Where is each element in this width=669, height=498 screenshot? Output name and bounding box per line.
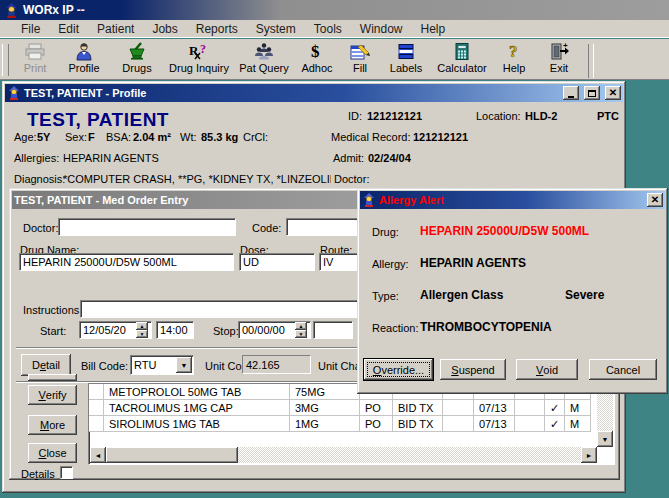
alert-reaction-label: Reaction:	[372, 320, 420, 334]
suspend-button[interactable]: Suspend	[440, 359, 506, 380]
more-button[interactable]: More	[28, 415, 77, 435]
order-cell[interactable]	[515, 416, 545, 432]
spin-down-icon[interactable]: ▼	[295, 330, 307, 338]
order-cell[interactable]: 07/13	[474, 416, 515, 432]
drug-inquiry-button[interactable]: R ? Drug Inquiry	[164, 42, 234, 78]
maximize-button[interactable]	[584, 86, 600, 100]
order-cell[interactable]	[89, 384, 104, 400]
pat-query-button[interactable]: Pat Query	[234, 42, 294, 78]
order-cell[interactable]: 75MG	[290, 384, 360, 400]
order-doctor-label: Doctor:	[23, 222, 58, 234]
order-cell[interactable]	[89, 400, 104, 416]
close-button[interactable]: ✕	[605, 86, 621, 100]
dose-input[interactable]: UD	[239, 253, 315, 271]
profile-window-titlebar[interactable]: TEST, PATIENT - Profile ✕	[5, 84, 623, 102]
order-cell[interactable]: BID TX	[393, 400, 443, 416]
stop-time-input[interactable]	[313, 321, 353, 339]
details-checkbox[interactable]	[60, 466, 73, 479]
order-row[interactable]: TACROLIMUS 1MG CAP3MGPOBID TX07/13✓M	[89, 400, 614, 416]
drugs-button[interactable]: Drugs	[110, 42, 164, 78]
labels-button[interactable]: Labels	[380, 42, 432, 78]
order-cell[interactable]: ✓	[545, 416, 565, 432]
print-button[interactable]: Print	[12, 42, 58, 78]
scroll-left-icon[interactable]: ◄	[90, 447, 106, 463]
order-cell[interactable]	[89, 416, 104, 432]
bill-code-dropdown[interactable]: RTU ▼	[130, 355, 194, 375]
alert-reaction-value: THROMBOCYTOPENIA	[420, 320, 552, 334]
order-cell[interactable]: BID TX	[393, 416, 443, 432]
hidden-button-sliver[interactable]	[28, 374, 77, 381]
fill-button[interactable]: Fill	[340, 42, 380, 78]
alert-dialog-titlebar[interactable]: Allergy Alert ✕	[360, 191, 665, 209]
menu-item-edit[interactable]: Edit	[49, 20, 88, 38]
order-cell[interactable]: 07/13	[474, 400, 515, 416]
admit-label: Admit:	[333, 152, 364, 164]
spin-down-icon[interactable]: ▼	[136, 330, 148, 338]
verify-button[interactable]: Verify	[28, 385, 77, 405]
alert-type-label: Type:	[372, 288, 420, 302]
order-code-label: Code:	[252, 222, 281, 234]
wt-label: Wt:	[180, 131, 197, 143]
instructions-label: Instructions:	[23, 304, 82, 316]
menu-item-patient[interactable]: Patient	[88, 20, 143, 38]
orders-horizontal-scrollbar[interactable]: ◄ ►	[90, 447, 597, 463]
chevron-down-icon[interactable]: ▼	[176, 357, 192, 373]
patient-name: TEST, PATIENT	[27, 109, 169, 131]
profile-window-title: TEST, PATIENT - Profile	[24, 87, 146, 99]
order-cell[interactable]: METOPROLOL 50MG TAB	[104, 384, 290, 400]
orders-vertical-scrollbar[interactable]: ▼	[597, 385, 613, 447]
order-cell[interactable]: TACROLIMUS 1MG CAP	[104, 400, 290, 416]
menu-item-system[interactable]: System	[247, 20, 305, 38]
order-cell[interactable]: 1MG	[290, 416, 360, 432]
scroll-down-icon[interactable]: ▼	[597, 431, 613, 447]
help-question-icon: ?	[506, 42, 522, 61]
menu-item-reports[interactable]: Reports	[187, 20, 247, 38]
menu-bar: File Edit Patient Jobs Reports System To…	[0, 20, 669, 38]
detail-button[interactable]: Detail	[21, 354, 71, 376]
void-button[interactable]: Void	[516, 359, 578, 380]
help-button[interactable]: ? Help	[492, 42, 536, 78]
menu-item-window[interactable]: Window	[351, 20, 412, 38]
override-button[interactable]: Override...	[364, 359, 433, 380]
order-cell[interactable]: PO	[360, 400, 393, 416]
order-doctor-input[interactable]	[58, 218, 236, 236]
minimize-button[interactable]	[563, 86, 579, 100]
orders-table[interactable]: METOPROLOL 50MG TAB75MGTACROLIMUS 1MG CA…	[88, 383, 615, 465]
calculator-button[interactable]: Calculator	[432, 42, 492, 78]
menu-item-tools[interactable]: Tools	[305, 20, 351, 38]
id-value: 121212121	[367, 110, 422, 122]
menu-item-help[interactable]: Help	[412, 20, 455, 38]
order-cell[interactable]	[515, 400, 545, 416]
order-cell[interactable]: M	[565, 400, 591, 416]
diagnosis-label: Diagnosis:	[14, 173, 65, 185]
exit-button[interactable]: + Exit	[536, 42, 582, 78]
drug-name-input[interactable]: HEPARIN 25000U/D5W 500ML	[19, 253, 234, 271]
spin-up-icon[interactable]: ▲	[295, 322, 307, 330]
adhoc-button[interactable]: $ Adhoc	[294, 42, 340, 78]
order-cell[interactable]: 3MG	[290, 400, 360, 416]
scroll-track[interactable]	[238, 447, 581, 463]
order-cell[interactable]: ✓	[545, 400, 565, 416]
scroll-right-icon[interactable]: ►	[581, 447, 597, 463]
start-time-input[interactable]: 14:00	[156, 321, 194, 339]
toolbar-drag-handle[interactable]	[2, 44, 9, 76]
start-date-input[interactable]: 12/05/20 ▲ ▼	[79, 321, 152, 339]
cancel-button[interactable]: Cancel	[589, 359, 657, 380]
start-date-spinner[interactable]: ▲ ▼	[136, 322, 148, 338]
stop-date-spinner[interactable]: ▲ ▼	[295, 322, 307, 338]
close-orders-button[interactable]: Close	[28, 443, 77, 463]
menu-item-file[interactable]: File	[12, 20, 49, 38]
order-cell[interactable]: SIROLIMUS 1MG TAB	[104, 416, 290, 432]
scroll-thumb[interactable]	[106, 447, 238, 463]
spin-up-icon[interactable]: ▲	[136, 322, 148, 330]
stop-date-input[interactable]: 00/00/00 ▲ ▼	[238, 321, 311, 339]
order-cell[interactable]: PO	[360, 416, 393, 432]
order-cell[interactable]	[443, 416, 474, 432]
order-cell[interactable]: M	[565, 416, 591, 432]
order-row[interactable]: SIROLIMUS 1MG TAB1MGPOBID TX07/13✓M	[89, 416, 614, 432]
unit-cost-field: 42.165	[242, 355, 311, 374]
profile-button[interactable]: Profile	[58, 42, 110, 78]
order-cell[interactable]	[443, 400, 474, 416]
close-icon[interactable]: ✕	[647, 193, 663, 207]
menu-item-jobs[interactable]: Jobs	[143, 20, 186, 38]
